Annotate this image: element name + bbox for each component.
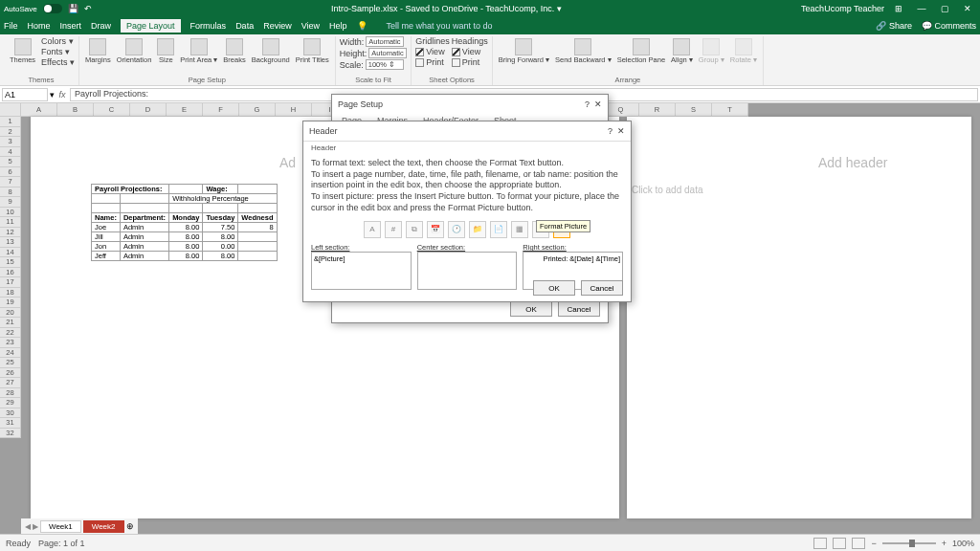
click-add-data[interactable]: Click to add data bbox=[627, 180, 971, 195]
undo-icon[interactable]: ↶ bbox=[84, 4, 92, 13]
ribbon-display-icon[interactable]: ⊞ bbox=[890, 4, 907, 13]
row-header[interactable]: 11 bbox=[0, 217, 21, 228]
row-header[interactable]: 30 bbox=[0, 408, 21, 419]
col-header[interactable]: C bbox=[94, 103, 130, 117]
tab-data[interactable]: Data bbox=[235, 21, 254, 31]
col-header[interactable]: T bbox=[712, 103, 748, 117]
tab-insert[interactable]: Insert bbox=[60, 21, 82, 31]
col-header[interactable]: H bbox=[276, 103, 312, 117]
close-dialog-icon[interactable]: ✕ bbox=[594, 99, 602, 109]
time-icon[interactable]: 🕐 bbox=[448, 221, 465, 238]
selection-pane-button[interactable]: Selection Pane bbox=[615, 36, 667, 66]
themes-button[interactable]: Themes bbox=[8, 36, 37, 66]
share-button[interactable]: 🔗 Share bbox=[876, 21, 912, 31]
row-header[interactable]: 25 bbox=[0, 358, 21, 368]
row-header[interactable]: 4 bbox=[0, 147, 21, 158]
help-icon[interactable]: ? bbox=[585, 99, 590, 109]
close-dialog-icon[interactable]: ✕ bbox=[617, 126, 625, 136]
width-select[interactable]: Automatic ▾ bbox=[366, 36, 404, 47]
tab-formulas[interactable]: Formulas bbox=[190, 21, 227, 31]
print-area-button[interactable]: Print Area ▾ bbox=[178, 36, 219, 66]
colors-button[interactable]: Colors ▾ bbox=[39, 36, 75, 46]
col-header[interactable]: B bbox=[57, 103, 94, 117]
add-header-placeholder-2[interactable]: Add header bbox=[627, 117, 971, 180]
row-header[interactable]: 19 bbox=[0, 298, 21, 308]
orientation-button[interactable]: Orientation bbox=[115, 36, 154, 66]
row-header[interactable]: 10 bbox=[0, 208, 21, 218]
zoom-out-icon[interactable]: − bbox=[871, 539, 876, 548]
headings-view-check[interactable] bbox=[452, 48, 460, 56]
col-header[interactable]: E bbox=[167, 103, 203, 117]
center-section-input[interactable] bbox=[417, 252, 518, 290]
bring-forward-button[interactable]: Bring Forward ▾ bbox=[497, 36, 551, 66]
zoom-in-icon[interactable]: + bbox=[942, 539, 947, 548]
col-header[interactable]: S bbox=[676, 103, 712, 117]
tab-draw[interactable]: Draw bbox=[91, 21, 111, 31]
scale-input[interactable]: 100% ⇕ bbox=[366, 59, 404, 70]
row-header[interactable]: 26 bbox=[0, 368, 21, 379]
row-header[interactable]: 6 bbox=[0, 167, 21, 178]
col-header[interactable]: G bbox=[239, 103, 276, 117]
page-layout-view-icon[interactable] bbox=[833, 538, 846, 549]
maximize-icon[interactable]: ▢ bbox=[936, 4, 953, 13]
tab-page-layout[interactable]: Page Layout bbox=[121, 19, 181, 33]
account-name[interactable]: TeachUcomp Teacher bbox=[801, 4, 884, 13]
format-text-icon[interactable]: A bbox=[364, 221, 381, 238]
cancel-button[interactable]: Cancel bbox=[558, 301, 600, 317]
row-header[interactable]: 13 bbox=[0, 237, 21, 248]
normal-view-icon[interactable] bbox=[813, 538, 827, 549]
tell-me-input[interactable]: Tell me what you want to do bbox=[387, 21, 493, 31]
row-header[interactable]: 24 bbox=[0, 348, 21, 359]
sheet-tab-week2[interactable]: Week2 bbox=[83, 520, 124, 533]
left-section-input[interactable]: &[Picture] bbox=[311, 252, 412, 290]
fx-icon[interactable]: fx bbox=[56, 90, 68, 99]
file-name-icon[interactable]: 📄 bbox=[490, 221, 507, 238]
row-header[interactable]: 22 bbox=[0, 328, 21, 339]
sheet-nav-next[interactable]: ▶ bbox=[33, 522, 38, 531]
page-number-icon[interactable]: # bbox=[385, 221, 402, 238]
sheet-name-icon[interactable]: ▦ bbox=[511, 221, 528, 238]
ok-button[interactable]: OK bbox=[510, 301, 552, 317]
row-header[interactable]: 29 bbox=[0, 398, 21, 408]
new-sheet-icon[interactable]: ⊕ bbox=[126, 521, 134, 531]
margins-button[interactable]: Margins bbox=[83, 36, 113, 66]
select-all-corner[interactable] bbox=[0, 103, 21, 117]
effects-button[interactable]: Effects ▾ bbox=[39, 57, 75, 67]
data-table[interactable]: Payroll Projections:Wage: Withholding Pe… bbox=[91, 184, 278, 261]
page-break-view-icon[interactable] bbox=[852, 538, 865, 549]
tab-help[interactable]: Help bbox=[329, 21, 347, 31]
autosave-toggle[interactable] bbox=[43, 4, 62, 13]
close-icon[interactable]: ✕ bbox=[959, 4, 976, 13]
minimize-icon[interactable]: — bbox=[913, 4, 930, 13]
row-header[interactable]: 1 bbox=[0, 117, 21, 127]
zoom-slider[interactable] bbox=[882, 542, 936, 544]
col-header[interactable]: R bbox=[639, 103, 676, 117]
row-header[interactable]: 14 bbox=[0, 248, 21, 258]
tab-home[interactable]: Home bbox=[28, 21, 51, 31]
tab-file[interactable]: File bbox=[4, 21, 18, 31]
breaks-button[interactable]: Breaks bbox=[221, 36, 247, 66]
dropdown-icon[interactable]: ▾ bbox=[50, 90, 55, 99]
date-icon[interactable]: 📅 bbox=[427, 221, 444, 238]
row-header[interactable]: 2 bbox=[0, 127, 21, 138]
row-header[interactable]: 9 bbox=[0, 197, 21, 208]
tab-review[interactable]: Review bbox=[263, 21, 292, 31]
tab-view[interactable]: View bbox=[301, 21, 320, 31]
align-button[interactable]: Align ▾ bbox=[669, 36, 695, 66]
row-header[interactable]: 16 bbox=[0, 268, 21, 278]
fonts-button[interactable]: Fonts ▾ bbox=[39, 47, 75, 56]
row-header[interactable]: 12 bbox=[0, 228, 21, 238]
height-select[interactable]: Automatic ▾ bbox=[368, 48, 407, 58]
sheet-tab-week1[interactable]: Week1 bbox=[40, 520, 81, 533]
background-button[interactable]: Background bbox=[250, 36, 292, 66]
ok-button[interactable]: OK bbox=[533, 280, 575, 296]
comments-button[interactable]: 💬 Comments bbox=[922, 21, 976, 31]
print-titles-button[interactable]: Print Titles bbox=[294, 36, 331, 66]
headings-print-check[interactable] bbox=[452, 58, 460, 67]
row-header[interactable]: 5 bbox=[0, 157, 21, 167]
sheet-nav-prev[interactable]: ◀ bbox=[25, 522, 31, 531]
col-header[interactable]: F bbox=[203, 103, 239, 117]
file-path-icon[interactable]: 📁 bbox=[469, 221, 486, 238]
row-header[interactable]: 32 bbox=[0, 429, 21, 439]
row-header[interactable]: 31 bbox=[0, 418, 21, 429]
